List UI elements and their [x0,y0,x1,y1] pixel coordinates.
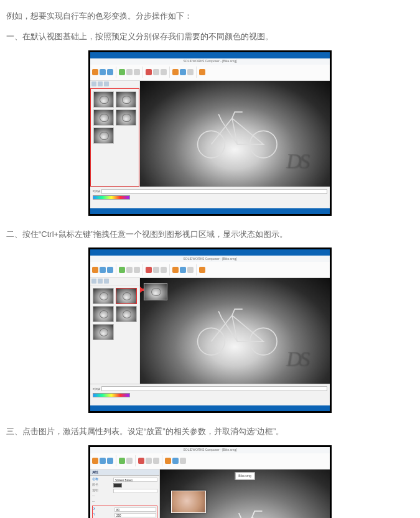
view-thumb[interactable] [93,306,114,322]
ribbon-toolbar[interactable] [90,65,330,81]
view-thumb[interactable]: Blk [93,109,114,126]
view-thumb-selected[interactable] [116,288,137,304]
timeline-track[interactable] [101,386,327,391]
ribbon-icon[interactable] [172,69,179,75]
tool-icon[interactable] [98,81,103,86]
bike-model[interactable] [185,97,289,160]
3d-viewport[interactable]: Bike.smg DS [160,469,330,518]
ribbon-icon[interactable] [180,267,186,273]
ribbon-icon[interactable] [92,458,98,464]
ribbon-icon[interactable] [119,69,125,75]
ribbon-icon[interactable] [180,458,186,464]
view-thumb[interactable]: Bk0 [93,91,114,108]
separator [116,264,116,275]
ribbon-icon[interactable] [92,69,98,75]
status-bar [90,405,330,411]
ribbon-icon[interactable] [161,69,167,75]
prop-value[interactable]: 250 [114,513,156,517]
ribbon-icon[interactable] [187,267,194,273]
prop-value[interactable] [113,489,157,493]
separator [142,67,143,78]
ribbon-icon[interactable] [134,267,140,273]
tool-icon[interactable] [91,279,96,284]
view-thumb[interactable]: Red [116,109,136,126]
ribbon-icon[interactable] [138,458,144,464]
ribbon-icon[interactable] [107,267,113,273]
ribbon-icon[interactable] [153,267,159,273]
panel-tools [90,81,139,88]
separator [135,455,136,466]
view-thumb[interactable] [93,288,114,304]
svg-point-0 [197,131,225,158]
separator [116,455,116,466]
separator [169,264,170,275]
color-bar[interactable] [93,393,130,397]
workspace: Bk0 Blue Blk Red Grn DS [90,81,330,187]
separator [169,67,170,78]
view-thumb[interactable]: Grn [93,127,114,144]
ribbon-icon[interactable] [134,69,140,75]
tool-icon[interactable] [104,279,109,284]
ribbon-icon[interactable] [199,267,205,273]
screenshot-1: SOLIDWORKS Composer - [Bike.smg] Bk0 [88,50,332,216]
ribbon-icon[interactable] [100,267,106,273]
bike-model[interactable] [185,295,289,358]
ribbon-icon[interactable] [165,458,171,464]
ribbon-toolbar[interactable] [90,262,330,278]
windows-taskbar [90,249,330,256]
panel-tools [90,278,139,285]
window-title: SOLIDWORKS Composer - [Bike.smg] [183,447,236,453]
ribbon-icon[interactable] [146,69,152,75]
ribbon-icon[interactable] [161,267,167,273]
ribbon-icon[interactable] [187,69,194,75]
texture-preview-image[interactable] [171,491,206,513]
ribbon-icon[interactable] [172,458,179,464]
color-swatch[interactable] [113,483,122,488]
properties-panel: 属性 名称 Screen Base1 颜色 透明 — — [90,469,160,518]
ribbon-icon[interactable] [126,69,133,75]
ribbon-icon[interactable] [172,267,179,273]
tool-icon[interactable] [104,81,109,86]
view-thumb[interactable] [93,324,114,340]
view-thumb[interactable] [116,306,137,322]
ribbon-icon[interactable] [199,69,205,75]
title-bar: SOLIDWORKS Composer - [Bike.smg] [90,447,330,453]
ribbon-icon[interactable] [180,69,186,75]
prop-row: 颜色 [92,483,157,488]
window-title: SOLIDWORKS Composer - [Bike.smg] [183,256,236,262]
bike-model[interactable] [206,497,308,518]
ribbon-icon[interactable] [100,458,106,464]
ribbon-icon[interactable] [153,69,159,75]
views-panel [90,278,140,384]
dragged-thumbnail[interactable] [144,283,167,300]
timeline-label: 时间轴 [93,387,100,391]
prop-value[interactable]: Screen Base1 [113,478,157,482]
ribbon-icon[interactable] [153,458,159,464]
ribbon-icon[interactable] [107,458,113,464]
ribbon-icon[interactable] [119,458,125,464]
ribbon-icon[interactable] [146,267,152,273]
ribbon-icon[interactable] [107,69,113,75]
3d-viewport[interactable]: DS [140,81,330,187]
timeline-track[interactable] [101,189,327,194]
tool-icon[interactable] [98,279,103,284]
views-panel: Bk0 Blue Blk Red Grn [90,81,140,187]
ribbon-icon[interactable] [119,267,125,273]
ribbon-icon[interactable] [92,267,98,273]
ribbon-toolbar[interactable] [90,453,330,469]
ribbon-icon[interactable] [126,458,133,464]
title-bar: SOLIDWORKS Composer - [Bike.smg] [90,256,330,262]
step-1-text: 一、在默认视图基础上，按照预定义分别保存我们需要的不同颜色的视图。 [6,29,414,44]
ribbon-icon[interactable] [126,267,133,273]
title-bar: SOLIDWORKS Composer - [Bike.smg] [90,58,330,65]
3d-viewport[interactable]: DS [140,278,330,384]
tool-icon[interactable] [91,81,96,86]
ribbon-icon[interactable] [146,458,152,464]
view-thumb[interactable]: Blue [116,91,136,108]
prop-value[interactable]: 80 [114,507,156,512]
viewport-tab[interactable]: Bike.smg [235,472,255,480]
ds-watermark: DS [286,142,307,180]
separator [116,67,116,78]
color-bar[interactable] [93,195,130,200]
ribbon-icon[interactable] [100,69,106,75]
